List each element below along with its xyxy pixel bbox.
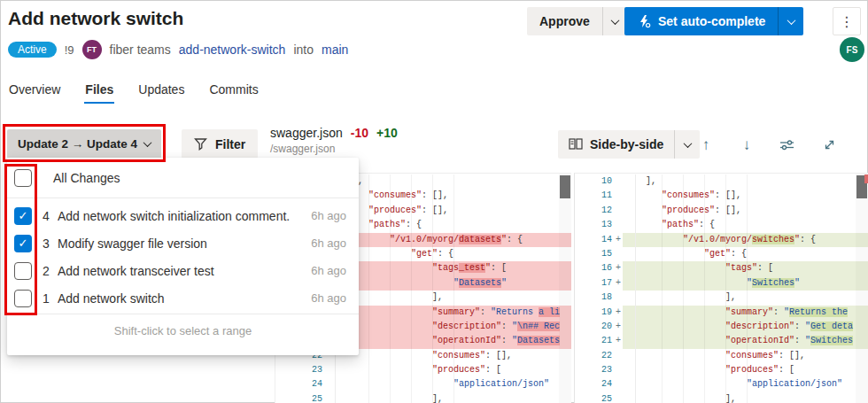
source-branch-link[interactable]: add-network-switch	[179, 43, 286, 57]
update-checkbox[interactable]	[14, 262, 32, 280]
diff-line[interactable]: 25 ],	[575, 392, 868, 403]
user-avatar[interactable]: FS	[840, 37, 864, 62]
line-number: 22	[575, 349, 612, 363]
update-number: 3	[43, 236, 58, 251]
tab-overview[interactable]: Overview	[8, 80, 61, 105]
change-marker	[612, 363, 623, 377]
change-marker	[612, 392, 623, 403]
code-text: "description": "\n## Rec	[335, 320, 571, 334]
auto-complete-dropdown-button[interactable]	[779, 7, 803, 35]
next-change-button[interactable]: ↓	[732, 130, 762, 159]
code-text: "Datasets"	[335, 276, 571, 291]
change-marker	[612, 349, 623, 363]
diff-line[interactable]: 22 "consumes": [],	[575, 349, 868, 363]
diff-line[interactable]: 23 "produces": [	[575, 363, 868, 377]
code-text: ],	[623, 392, 868, 403]
additions-count: +10	[376, 126, 398, 140]
chevron-down-icon	[611, 16, 620, 25]
code-text: ],	[623, 174, 868, 189]
all-changes-checkbox[interactable]	[14, 169, 32, 187]
deletions-count: -10	[351, 126, 368, 140]
diff-line[interactable]: 24 "application/json"	[575, 377, 868, 391]
update-dropdown-item[interactable]: ✓3Modify swagger file version6h ago	[7, 229, 359, 257]
file-name: swagger.json	[270, 126, 343, 140]
update-dropdown-item[interactable]: 2Add network transceiver test6h ago	[7, 257, 359, 284]
pr-tabs: Overview Files Updates Commits	[8, 80, 260, 105]
tab-updates[interactable]: Updates	[137, 80, 185, 105]
code-text: "summary": "Returns the	[623, 306, 868, 320]
target-branch-link[interactable]: main	[322, 43, 348, 57]
update-time: 6h ago	[311, 291, 346, 305]
gutter-divider	[635, 174, 636, 403]
view-mode-button[interactable]: Side-by-side	[558, 130, 674, 159]
scrollbar-thumb[interactable]	[560, 175, 570, 198]
line-number: 23	[575, 363, 612, 377]
change-marker: +	[612, 306, 623, 320]
update-range-selector[interactable]: Update 2 → Update 4	[7, 129, 161, 159]
code-text: "application/json"	[623, 377, 868, 391]
update-time: 6h ago	[311, 209, 346, 222]
update-dropdown-item[interactable]: ✓4Add network switch initialization comm…	[7, 202, 359, 229]
diff-line[interactable]: 11 "consumes": [],	[575, 189, 868, 203]
diff-line[interactable]: 21+ "operationId": "Switches	[575, 334, 868, 348]
diff-line[interactable]: 16+ "tags": [	[575, 261, 868, 275]
code-text: "get": {	[335, 247, 571, 261]
update-dropdown-items: ✓4Add network switch initialization comm…	[7, 198, 359, 312]
diff-line[interactable]: 24 "application/json"	[275, 377, 571, 391]
right-vertical-scrollbar[interactable]	[856, 174, 868, 403]
set-auto-complete-button[interactable]: Set auto-complete	[624, 7, 778, 35]
update-label: Add network switch	[58, 291, 311, 306]
diff-line[interactable]: 23 "produces": [	[275, 363, 571, 377]
code-text: "get": {	[623, 247, 868, 261]
more-actions-button[interactable]: ⋮	[833, 7, 861, 35]
tab-commits[interactable]: Commits	[208, 80, 259, 105]
view-mode-label: Side-by-side	[590, 137, 663, 151]
expand-icon	[823, 138, 836, 151]
into-word: into	[293, 43, 314, 57]
diff-line[interactable]: 13 "paths": {	[575, 218, 868, 232]
filter-button[interactable]: Filter	[182, 129, 258, 159]
diff-line[interactable]: 15 "get": {	[575, 247, 868, 261]
update-label: Add network switch initialization commen…	[58, 209, 311, 223]
change-marker: +	[612, 320, 623, 334]
change-marker: +	[612, 276, 623, 291]
tab-files[interactable]: Files	[84, 80, 114, 105]
line-number: 24	[575, 377, 612, 391]
update-dropdown-item[interactable]: 1Add network switch6h ago	[7, 284, 359, 312]
update-checkbox[interactable]: ✓	[14, 235, 32, 252]
filter-label: Filter	[215, 137, 245, 151]
fullscreen-button[interactable]	[814, 130, 844, 159]
diff-line[interactable]: 25 ],	[275, 392, 571, 403]
approve-split-button: Approve	[527, 7, 628, 35]
diff-line[interactable]: 17+ "Switches"	[575, 276, 868, 291]
change-marker	[612, 204, 623, 218]
line-number: 16	[575, 261, 612, 275]
change-marker	[612, 174, 623, 189]
previous-change-button[interactable]: ↑	[691, 130, 721, 159]
diff-line[interactable]: 18 ],	[575, 291, 868, 305]
diff-line[interactable]: 12 "produces": [],	[575, 204, 868, 218]
change-marker	[612, 189, 623, 203]
left-vertical-scrollbar[interactable]	[559, 174, 571, 403]
update-time: 6h ago	[311, 264, 346, 277]
page-title: Add network switch	[8, 8, 183, 29]
update-checkbox[interactable]: ✓	[14, 207, 32, 225]
all-changes-row[interactable]: All Changes	[7, 158, 359, 198]
diff-line[interactable]: 20+ "description": "Get deta	[575, 320, 868, 334]
line-number: 13	[575, 218, 612, 232]
approve-button[interactable]: Approve	[527, 7, 602, 35]
set-auto-complete-label: Set auto-complete	[658, 14, 765, 28]
update-checkbox[interactable]	[14, 290, 32, 307]
diff-settings-button[interactable]	[771, 130, 802, 159]
diff-line[interactable]: 14+ "/v1.0/myorg/switches": {	[575, 233, 868, 247]
settings-sliders-icon	[779, 138, 794, 151]
pr-id: !9	[65, 43, 74, 57]
diff-line[interactable]: 19+ "summary": "Returns the	[575, 306, 868, 320]
team-name: fiber teams	[110, 43, 171, 57]
diff-line[interactable]: 10 ],	[575, 174, 868, 189]
view-mode-split-button: Side-by-side	[558, 130, 700, 159]
side-by-side-icon	[569, 138, 583, 151]
pr-meta-row: Active !9 FT fiber teams add-network-swi…	[8, 39, 348, 60]
update-time: 6h ago	[311, 236, 346, 250]
change-marker	[322, 377, 335, 391]
